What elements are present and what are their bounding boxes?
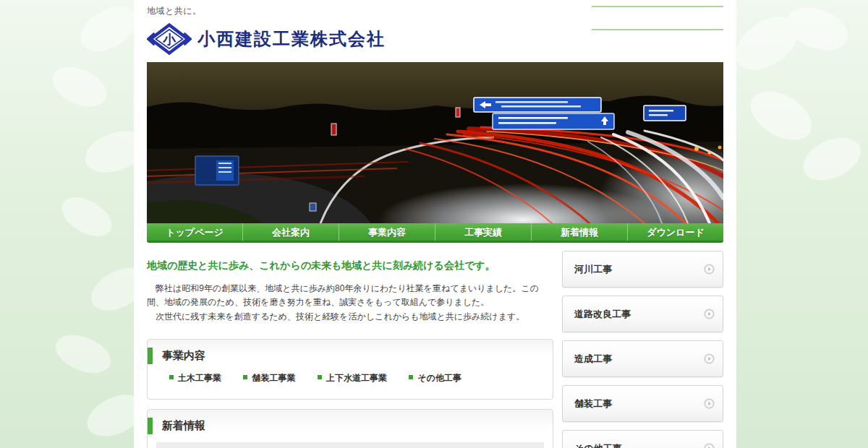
business-link-water[interactable]: 上下水道工事業	[318, 372, 387, 384]
nav-item-news[interactable]: 新着情報	[531, 223, 627, 241]
square-bullet-icon	[318, 375, 322, 379]
content-area: 地域の歴史と共に歩み、これからの未来も地域と共に刻み続ける会社です。 弊社は昭和…	[147, 243, 723, 448]
square-bullet-icon	[169, 375, 174, 379]
nav-item-download[interactable]: ダウンロード	[627, 223, 723, 241]
logo-diamond-icon: 小	[147, 22, 192, 56]
arrow-circle-icon	[704, 264, 715, 275]
business-link-other[interactable]: その他工事	[409, 372, 461, 384]
sidebar-button-river-works[interactable]: 河川工事	[562, 251, 723, 288]
news-list-area	[156, 442, 544, 448]
section-accent-bar	[148, 418, 153, 434]
news-section-title: 新着情報	[148, 410, 553, 433]
sidebar-button-paving-works[interactable]: 舗装工事	[562, 385, 723, 422]
sidebar-button-land-development[interactable]: 造成工事	[562, 340, 723, 377]
intro-paragraph-1: 弊社は昭和9年の創業以来、地域と共に歩み約80年余りにわたり社業を重ねてまいりま…	[147, 282, 553, 310]
header-divider-top	[592, 6, 723, 7]
business-link-civil[interactable]: 土木工事業	[169, 372, 221, 384]
hero-image	[147, 62, 723, 223]
main-navigation: トップページ 会社案内 事業内容 工事実績 新着情報 ダウンロード	[147, 223, 723, 243]
arrow-circle-icon	[704, 443, 715, 448]
leaf-decoration-right	[723, 0, 868, 217]
company-logo[interactable]: 小 小西建設工業株式会社	[147, 22, 723, 56]
business-section-title: 事業内容	[148, 340, 553, 363]
intro-paragraph-2: 次世代に残す未来を創造するため、技術と経験を活かしこれからも地域と共に歩み続けま…	[147, 310, 553, 324]
news-section: 新着情報	[147, 409, 553, 448]
arrow-circle-icon	[704, 353, 715, 364]
arrow-circle-icon	[704, 309, 715, 319]
leaf-decoration-left	[0, 0, 145, 448]
business-link-paving[interactable]: 舗装工事業	[243, 372, 295, 384]
square-bullet-icon	[243, 375, 247, 379]
page-container: 地域と共に。 小 小西建設工業株式会社	[134, 0, 736, 448]
arrow-circle-icon	[704, 398, 715, 409]
sidebar-button-other-works[interactable]: その他工事	[562, 430, 723, 448]
site-tagline: 地域と共に。	[147, 0, 723, 17]
section-accent-bar	[148, 348, 153, 364]
main-column: 地域の歴史と共に歩み、これからの未来も地域と共に刻み続ける会社です。 弊社は昭和…	[147, 243, 553, 448]
business-links: 土木工事業 舗装工事業 上下水道工事業 その他工事	[148, 363, 553, 396]
business-section: 事業内容 土木工事業 舗装工事業 上下水道工事業 その他工事	[147, 339, 553, 400]
nav-item-business[interactable]: 事業内容	[339, 223, 435, 241]
page-headline: 地域の歴史と共に歩み、これからの未来も地域と共に刻み続ける会社です。	[147, 259, 553, 272]
sidebar-button-road-improvement[interactable]: 道路改良工事	[562, 296, 723, 332]
company-name: 小西建設工業株式会社	[197, 27, 386, 51]
nav-item-works[interactable]: 工事実績	[435, 223, 531, 241]
nav-item-company[interactable]: 会社案内	[242, 223, 339, 241]
svg-text:小: 小	[162, 33, 176, 47]
square-bullet-icon	[409, 375, 413, 379]
nav-item-top[interactable]: トップページ	[147, 223, 242, 241]
header-divider-bottom	[592, 29, 723, 30]
sidebar: 河川工事 道路改良工事 造成工事 舗装工事 その他工事	[562, 243, 723, 448]
